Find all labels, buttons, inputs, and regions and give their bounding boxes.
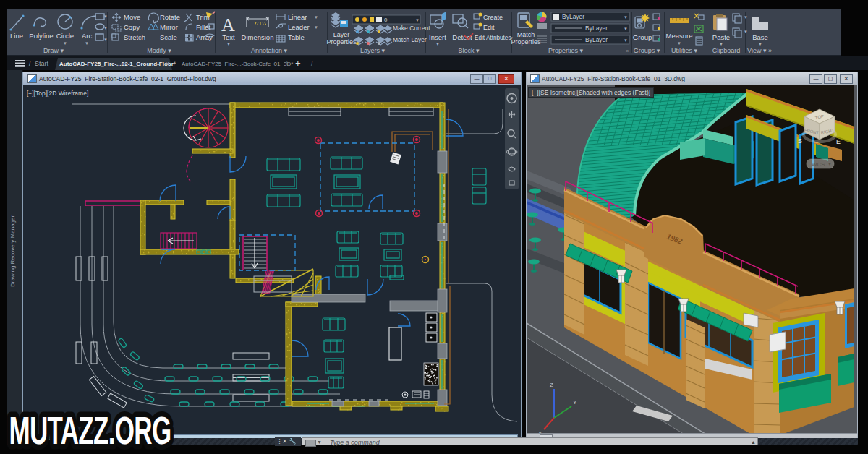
svg-text:Layer: Layer [333,31,350,38]
svg-text:✕: ✕ [165,61,170,67]
svg-text:Line: Line [10,32,23,40]
svg-text:▼: ▼ [226,42,231,46]
svg-text:Start: Start [35,60,49,67]
svg-text:Trim: Trim [196,13,210,21]
svg-text:Fillet: Fillet [196,23,210,31]
svg-text:Group: Group [633,33,652,41]
svg-text:▼: ▼ [435,42,440,46]
svg-text:▼: ▼ [744,15,748,20]
svg-text:ByLayer: ByLayer [585,36,608,43]
svg-text:Edit Attributes: Edit Attributes [475,35,511,41]
svg-text:▼: ▼ [677,41,681,46]
svg-text:Make Current: Make Current [393,25,430,32]
svg-text:Copy: Copy [124,23,140,31]
svg-text:▼: ▼ [415,18,420,22]
svg-text:A: A [221,14,235,35]
svg-text:Match Layer: Match Layer [393,36,427,43]
svg-text:▼: ▼ [624,15,628,20]
svg-text:Table: Table [288,33,305,41]
svg-text:▼: ▼ [624,38,628,43]
svg-text:Z: Z [550,382,553,388]
svg-text:▼: ▼ [103,14,108,19]
svg-text:Paste: Paste [712,33,730,41]
svg-text:▼: ▼ [103,26,108,30]
svg-text:▼: ▼ [827,162,832,166]
svg-text:Properties: Properties [326,38,357,46]
svg-text:»: » [626,48,629,54]
svg-text:ByLayer: ByLayer [562,13,584,20]
svg-text:Modify ▾: Modify ▾ [147,47,171,54]
svg-text:AutoCAD-FY25_Fire-...02-1_Grou: AutoCAD-FY25_Fire-...02-1_Ground-Floor* [59,61,176,67]
svg-text:+: + [295,58,301,69]
svg-text:Stretch: Stretch [124,33,145,41]
svg-text:Move: Move [124,13,140,21]
svg-text:S: S [798,137,802,145]
svg-text:▼: ▼ [314,25,318,30]
svg-text:Layers ▾: Layers ▾ [360,47,386,54]
svg-text:Block ▾: Block ▾ [458,47,480,54]
svg-text:Mirror: Mirror [160,23,178,31]
svg-text:▼: ▼ [63,41,67,46]
svg-text:0: 0 [384,17,388,23]
svg-text:Dimension: Dimension [242,33,274,41]
svg-text:Insert: Insert [429,33,446,41]
svg-text:Rotate: Rotate [160,13,180,21]
svg-text:Annotation ▾: Annotation ▾ [251,47,288,54]
svg-text:Draw ▾: Draw ▾ [43,47,64,54]
svg-text:Polyline: Polyline [29,32,53,40]
svg-text:▼: ▼ [744,30,748,34]
svg-text:MUTAZZ.ORG: MUTAZZ.ORG [9,409,171,452]
svg-text:▼: ▼ [85,41,89,46]
svg-text:Arc: Arc [82,32,93,40]
svg-text:View ▾ »: View ▾ » [747,47,772,54]
svg-text:Clipboard: Clipboard [712,47,741,54]
svg-text:Array: Array [196,33,213,41]
svg-text:Base: Base [752,33,768,41]
svg-text:Create: Create [483,14,503,21]
svg-text:▼: ▼ [624,27,628,31]
svg-text:Utilities ▾: Utilities ▾ [671,47,698,54]
svg-text:Properties: Properties [511,38,541,46]
svg-text:Match: Match [517,31,535,38]
svg-text:Text: Text [222,33,235,41]
svg-text:▼: ▼ [719,42,723,46]
svg-text:▼: ▼ [103,38,108,42]
svg-text:Edit: Edit [483,24,495,31]
svg-text:Circle: Circle [56,32,74,40]
svg-text:▼: ▼ [314,15,318,20]
svg-text:E: E [836,138,841,145]
svg-text:Groups ▾: Groups ▾ [634,47,660,54]
svg-text:Measure: Measure [666,32,693,40]
svg-text:Linear: Linear [288,13,307,21]
svg-text:ByLayer: ByLayer [585,25,608,32]
svg-text:AutoCAD-FY25_Fire-...-Book-Caf: AutoCAD-FY25_Fire-...-Book-Cafe_01_3D* [182,61,293,67]
svg-text:Y: Y [573,399,577,406]
svg-text:Properties ▾: Properties ▾ [548,47,584,54]
svg-text:WCS: WCS [812,161,825,168]
svg-text:▼: ▼ [758,42,762,46]
svg-text:Leader: Leader [288,23,310,31]
svg-text:Scale: Scale [160,33,177,41]
